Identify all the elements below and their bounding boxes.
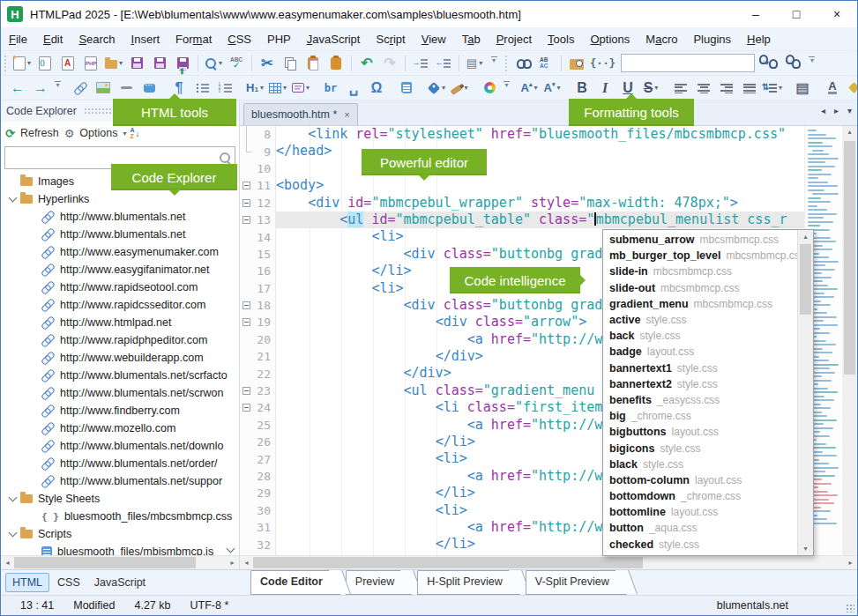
code-line-9[interactable]: </head> — [276, 143, 804, 160]
color-picker-button[interactable] — [479, 78, 500, 98]
cut-button[interactable]: ✂ — [257, 54, 278, 73]
toolbar-overflow-button[interactable] — [55, 81, 61, 95]
minimize-button[interactable]: – — [735, 1, 776, 27]
format-painter-button[interactable]: ▾ — [449, 78, 470, 98]
bold-button[interactable]: B — [571, 78, 593, 98]
maximize-button[interactable]: □ — [776, 1, 817, 27]
autocomplete-item[interactable]: mb_burger_top_levelmbcsmbmcp.css — [603, 248, 797, 263]
toolbar-overflow-button[interactable] — [489, 56, 499, 71]
tree-item[interactable]: http://www.rapidseotool.com — [1, 278, 239, 296]
sidebar-tab-css[interactable]: CSS — [51, 574, 86, 591]
bullet-list-button[interactable] — [191, 78, 213, 98]
open-file-button[interactable]: ▾ — [103, 54, 124, 73]
autocomplete-item[interactable]: badgelayout.css — [603, 344, 797, 360]
script-button[interactable] — [396, 78, 417, 98]
menu-tab[interactable]: Tab — [454, 30, 489, 48]
form-button[interactable]: ▾ — [290, 78, 311, 98]
align-center-button[interactable] — [693, 78, 714, 98]
forward-button[interactable]: → — [30, 78, 51, 98]
tree-item[interactable]: http://www.blumentals.net/suppor — [1, 472, 239, 490]
back-button[interactable]: ← — [7, 78, 28, 98]
line-number[interactable]: 29 — [257, 486, 271, 500]
editor-hscrollbar[interactable]: ◂ ▸ — [240, 555, 857, 569]
line-number[interactable]: 12 — [257, 197, 271, 210]
menu-view[interactable]: View — [414, 30, 454, 48]
tree-folder-style-sheets[interactable]: Style Sheets — [1, 490, 239, 508]
options-button[interactable]: Options — [79, 127, 117, 139]
non-breaking-space-button[interactable]: ␣ — [343, 78, 364, 98]
line-number[interactable]: 25 — [257, 419, 271, 432]
line-number[interactable]: 22 — [257, 367, 271, 381]
save-all-button[interactable] — [149, 54, 170, 73]
menu-insert[interactable]: Insert — [123, 30, 168, 48]
code-line-8[interactable]: <link rel="stylesheet" href="bluesmooth_… — [276, 126, 804, 143]
tree-item[interactable]: { }bluesmooth_files/mbcsmbmcp.css — [1, 508, 239, 525]
editor-vscrollbar[interactable]: ▴ — [842, 126, 857, 555]
autocomplete-item[interactable]: bottomdown_chrome.css — [603, 488, 797, 504]
autocomplete-item[interactable]: big_chrome.css — [603, 408, 797, 424]
tree-item[interactable]: http://www.easymenumaker.com — [1, 243, 239, 261]
autocomplete-item[interactable]: bottomlinelayout.css — [603, 504, 797, 520]
autocomplete-item[interactable]: bannertext1style.css — [603, 360, 797, 376]
line-number[interactable]: 21 — [257, 350, 271, 363]
menu-format[interactable]: Format — [168, 30, 220, 48]
code-line-11[interactable]: <body> — [276, 177, 804, 194]
indent-button[interactable] — [410, 54, 431, 73]
autocomplete-item[interactable]: backstyle.css — [603, 328, 797, 344]
strikethrough-button[interactable]: S▾ — [640, 78, 661, 98]
menu-options[interactable]: Options — [582, 30, 638, 48]
italic-button[interactable]: I — [594, 78, 616, 98]
line-number[interactable]: 10 — [257, 162, 271, 175]
line-number[interactable]: 24 — [257, 401, 271, 414]
heading-button[interactable]: H1▾ — [244, 78, 265, 98]
line-number[interactable]: 28 — [257, 470, 271, 483]
tree-item[interactable]: http://www.htmlpad.net — [1, 314, 239, 331]
redo-button[interactable]: ↷ — [379, 54, 400, 73]
clipboard-button[interactable] — [325, 54, 347, 73]
highlight-color-button[interactable] — [845, 78, 857, 98]
encoding[interactable]: UTF-8 * — [190, 599, 229, 612]
line-number[interactable]: 17 — [257, 282, 271, 295]
autocomplete-item[interactable]: slide-outmbcsmbmcp.css — [603, 280, 797, 296]
align-right-button[interactable] — [716, 78, 737, 98]
tab-list-icon[interactable]: ▾ — [847, 106, 852, 115]
tree-item[interactable]: http://www.mozello.com — [1, 419, 239, 437]
code-line-13[interactable]: <ul id="mbmcpebul_table" class="mbmcpebu… — [276, 212, 804, 228]
line-number[interactable]: 15 — [257, 248, 271, 261]
tag-button[interactable]: ▾ — [426, 78, 447, 98]
find-button[interactable] — [512, 54, 533, 73]
sidebar-hscrollbar[interactable]: ◂ ▸ — [1, 555, 239, 569]
menu-javascript[interactable]: JavaScript — [299, 30, 369, 48]
line-number[interactable]: 27 — [257, 453, 271, 466]
scroll-down-icon[interactable]: ▾ — [798, 545, 813, 553]
tab-scroll-left-icon[interactable]: ◂ — [821, 106, 825, 115]
view-tab-v-split-preview[interactable]: V-Split Preview — [526, 570, 627, 595]
scroll-right-icon[interactable]: ▸ — [226, 559, 239, 567]
line-number[interactable]: 14 — [257, 231, 271, 244]
image-button[interactable] — [93, 78, 114, 98]
copy-button[interactable] — [280, 54, 301, 73]
find-previous-button[interactable] — [759, 54, 780, 73]
menu-tools[interactable]: Tools — [540, 30, 582, 48]
unindent-button[interactable] — [433, 54, 454, 73]
tree-item[interactable]: http://www.rapidcsseditor.com — [1, 296, 239, 314]
tree-item[interactable]: http://www.blumentals.net — [1, 226, 239, 243]
numbered-list-button[interactable] — [214, 78, 235, 98]
autocomplete-item[interactable]: checkedstyle.css — [603, 537, 797, 553]
undo-button[interactable]: ↶ — [356, 54, 377, 73]
expander-icon[interactable] — [6, 497, 19, 501]
search-button[interactable]: ▾ — [203, 54, 224, 73]
autocomplete-item[interactable]: button_aqua.css — [603, 520, 797, 536]
tree-item[interactable]: http://www.blumentals.net/downlo — [1, 437, 239, 455]
menu-php[interactable]: PHP — [259, 30, 299, 48]
tree-folder-scripts[interactable]: Scripts — [1, 525, 239, 543]
table-button[interactable]: ▾ — [267, 78, 288, 98]
autocomplete-item[interactable]: bigiconsstyle.css — [603, 440, 797, 456]
refresh-button[interactable]: Refresh — [20, 127, 59, 139]
sidebar-tab-html[interactable]: HTML — [5, 573, 49, 592]
line-number[interactable]: 31 — [257, 521, 271, 534]
align-justify-button[interactable] — [739, 78, 760, 98]
save-upload-button[interactable] — [172, 54, 193, 73]
menu-file[interactable]: File — [1, 30, 35, 48]
autocomplete-item[interactable]: blackstyle.css — [603, 456, 797, 472]
